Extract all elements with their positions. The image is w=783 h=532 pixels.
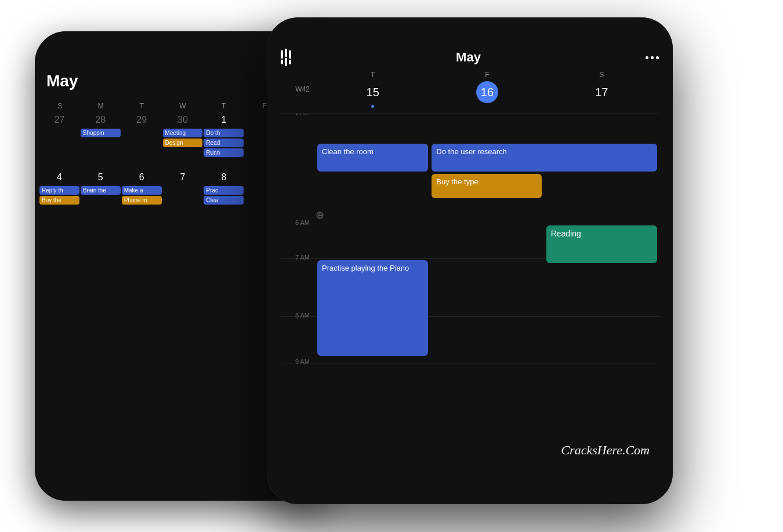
week-label: W42 (281, 71, 316, 108)
event-buythe: Buy the (39, 196, 79, 205)
w1-col1 (39, 129, 79, 158)
grid-bar-short (281, 60, 283, 64)
event-runn: Runn (204, 148, 244, 157)
day-name-t: T (371, 71, 375, 79)
front-header: May (267, 46, 673, 71)
grid-col-2 (285, 49, 287, 66)
time-rows: 0 AM Clean the room (281, 114, 659, 398)
allday-events-row: Clean the room Do the user research Buy … (281, 143, 659, 206)
event-clea: Clea (204, 196, 244, 205)
grid-bar-4 (289, 50, 291, 59)
time-row-6am: 6 AM Reading (281, 224, 659, 258)
day-4: 4 (39, 170, 79, 185)
w1-col3 (122, 129, 162, 158)
time-row-top: 0 AM (281, 114, 659, 143)
time-label-0am: 0 AM (281, 114, 316, 143)
col7am-1: Practise playing the Piano (316, 259, 430, 357)
day-30: 30 (163, 112, 203, 127)
event-piano[interactable]: Practise playing the Piano (317, 260, 428, 356)
week-strip: W42 T 15 F 16 S 17 (267, 71, 673, 108)
day-col-17[interactable]: S 17 (545, 71, 659, 108)
wd-sun: S (39, 100, 81, 112)
w1-col2: Shoppin (81, 129, 121, 158)
front-screen: May W42 T 15 F (267, 17, 673, 504)
scene: May To S M T W T F S 27 28 29 30 1 (0, 0, 783, 532)
event-clean-room[interactable]: Clean the room (317, 144, 428, 172)
day-name-f: F (485, 71, 489, 79)
day-col-16[interactable]: F 16 (430, 71, 544, 108)
time-label-8am: 8 AM (281, 312, 316, 363)
event-doth: Do th (204, 129, 244, 137)
dot-2 (651, 56, 654, 59)
event-prac: Prac (204, 186, 244, 195)
day-7: 7 (163, 170, 203, 185)
event-reading[interactable]: Reading (546, 225, 657, 263)
grid-bar-2 (285, 49, 287, 57)
front-month-title: May (456, 50, 481, 65)
time-label-9am: 9 AM (281, 359, 316, 398)
col-day15: Clean the room (316, 143, 430, 206)
col6am-1 (316, 224, 430, 264)
w1-col4: Meeting Design (163, 129, 203, 158)
w2-col5: Prac Clea (204, 186, 244, 206)
w2-col1: Reply th Buy the (39, 186, 79, 206)
day-8: 8 (204, 170, 244, 185)
event-replyth: Reply th (39, 186, 79, 195)
phone-front: May W42 T 15 F (267, 17, 673, 504)
col-day16-17: Do the user research Buy the type (430, 143, 659, 206)
time-line-0am (316, 114, 659, 143)
allday-spacer (281, 143, 316, 206)
watermark: CracksHere.Com (561, 443, 650, 458)
day-28: 28 (81, 112, 121, 127)
col6am-2 (430, 224, 544, 264)
w2-col3: Make a Phone m (122, 186, 162, 206)
event-read: Read (204, 139, 244, 147)
day-29: 29 (122, 112, 162, 127)
day-1: 1 (204, 112, 244, 127)
notch (423, 17, 516, 37)
event-user-research[interactable]: Do the user research (432, 144, 657, 172)
day-num-17: 17 (590, 81, 612, 103)
drag-icon-row: ⊕ (281, 206, 659, 224)
w2-col2: Brain the (81, 186, 121, 206)
event-phonem: Phone m (122, 196, 162, 205)
grid-col-3 (289, 50, 291, 64)
wd-wed: W (162, 100, 204, 112)
wd-thu: T (203, 100, 244, 112)
time-row-9am: 9 AM (281, 363, 659, 398)
more-menu-button[interactable] (646, 56, 659, 59)
day-6: 6 (122, 170, 162, 185)
wd-tue: T (121, 100, 162, 112)
dot-1 (646, 56, 648, 59)
event-makea: Make a (122, 186, 162, 195)
day-name-s: S (599, 71, 604, 79)
grid-bar-5 (289, 60, 291, 64)
time-line-9am (316, 363, 659, 398)
drag-icon: ⊕ (281, 209, 324, 221)
time-cols-6am: Reading (316, 224, 659, 264)
time-row-7am: 7 AM Practise playing the Piano (281, 258, 659, 316)
event-meeting: Meeting (163, 129, 203, 137)
day-col-15[interactable]: T 15 (316, 71, 430, 108)
grid-icon[interactable] (281, 49, 291, 66)
w1-col5: Do th Read Runn (204, 129, 244, 158)
grid-bar (281, 50, 283, 59)
day-27: 27 (39, 112, 79, 127)
day-num-16: 16 (476, 81, 498, 103)
day-5: 5 (81, 170, 121, 185)
event-buy-type[interactable]: Buy the type (432, 174, 541, 198)
event-brainth: Brain the (81, 186, 121, 195)
wd-mon: M (81, 100, 122, 112)
event-design: Design (163, 139, 203, 147)
day-dot-15 (371, 105, 374, 108)
grid-col-1 (281, 50, 283, 64)
w2-col4 (163, 186, 203, 206)
back-phone-month: May (46, 72, 78, 90)
dot-3 (656, 56, 659, 59)
day-num-15: 15 (362, 81, 384, 103)
timeline-area: 0 AM Clean the room (267, 114, 673, 398)
col6am-3: Reading (545, 224, 659, 264)
event-shoppin: Shoppin (81, 129, 121, 137)
grid-bar-3 (285, 58, 287, 66)
